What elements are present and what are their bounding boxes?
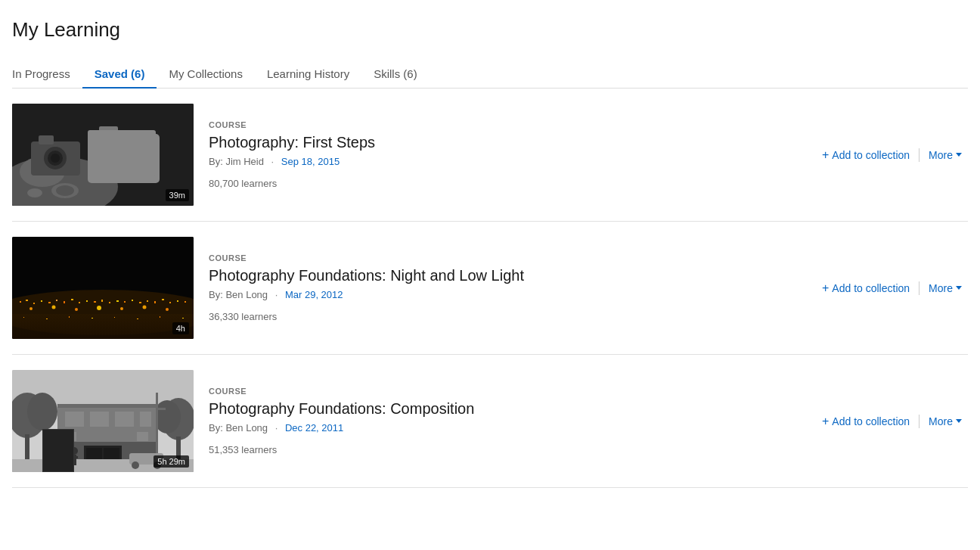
svg-rect-51 <box>46 319 48 319</box>
course-learners: 80,700 learners <box>209 178 801 189</box>
course-row: 39m COURSE Photography: First Steps By: … <box>12 89 968 222</box>
duration-badge: 39m <box>166 189 189 201</box>
svg-rect-25 <box>64 301 65 303</box>
course-meta: By: Ben Long · Dec 22, 2011 <box>209 422 801 433</box>
svg-rect-52 <box>69 316 70 318</box>
svg-rect-53 <box>91 318 93 319</box>
more-button[interactable]: More <box>923 279 968 297</box>
svg-rect-56 <box>160 316 160 318</box>
course-title[interactable]: Photography Foundations: Composition <box>209 400 801 418</box>
course-type-label: COURSE <box>209 387 801 396</box>
svg-point-13 <box>116 151 130 165</box>
courses-list: 39m COURSE Photography: First Steps By: … <box>12 89 968 488</box>
course-title[interactable]: Photography: First Steps <box>209 134 801 151</box>
svg-rect-50 <box>23 317 24 318</box>
course-learners: 36,330 learners <box>209 311 801 322</box>
dot-separator: · <box>272 289 281 300</box>
course-date: Dec 22, 2011 <box>285 422 343 433</box>
svg-rect-19 <box>20 301 21 303</box>
course-actions: + Add to collection More <box>816 412 968 431</box>
more-label: More <box>929 282 953 294</box>
svg-rect-78 <box>65 432 76 441</box>
svg-rect-20 <box>26 300 28 301</box>
svg-rect-23 <box>48 302 51 303</box>
svg-rect-77 <box>140 412 151 427</box>
svg-rect-79 <box>137 432 148 441</box>
course-actions: + Add to collection More <box>816 278 968 298</box>
svg-rect-37 <box>154 301 156 303</box>
svg-point-11 <box>107 141 140 175</box>
course-row: 5h 29m COURSE Photography Foundations: C… <box>12 355 968 488</box>
svg-rect-26 <box>71 299 73 300</box>
svg-rect-22 <box>41 300 42 302</box>
svg-rect-75 <box>90 412 109 427</box>
svg-point-8 <box>51 154 60 163</box>
svg-rect-69 <box>57 404 156 408</box>
svg-point-43 <box>52 306 56 309</box>
svg-rect-39 <box>169 302 171 303</box>
course-author: Ben Long <box>225 289 268 300</box>
svg-rect-24 <box>56 300 57 301</box>
svg-point-83 <box>132 461 139 469</box>
svg-rect-21 <box>33 303 35 304</box>
plus-icon: + <box>822 148 829 162</box>
dot-separator: · <box>272 422 281 433</box>
tab-saved[interactable]: Saved (6) <box>82 60 157 88</box>
course-thumbnail[interactable]: 4h <box>12 237 194 339</box>
svg-point-47 <box>143 306 147 309</box>
action-divider <box>919 148 920 162</box>
course-author-prefix: By: <box>209 422 225 433</box>
svg-rect-35 <box>139 302 141 303</box>
course-row: 4h COURSE Photography Foundations: Night… <box>12 222 968 355</box>
tabs-nav: In Progress Saved (6) My Collections Lea… <box>12 60 968 89</box>
course-thumbnail[interactable]: 5h 29m <box>12 370 194 472</box>
svg-point-46 <box>120 307 123 310</box>
svg-rect-87 <box>69 456 73 458</box>
course-info: COURSE Photography Foundations: Night an… <box>194 253 816 322</box>
svg-rect-40 <box>177 300 178 302</box>
page-container: My Learning In Progress Saved (6) My Col… <box>0 0 980 488</box>
svg-rect-38 <box>162 299 164 300</box>
more-label: More <box>929 415 953 427</box>
svg-rect-88 <box>74 456 78 458</box>
action-divider <box>919 415 920 428</box>
tab-in-progress[interactable]: In Progress <box>12 60 82 88</box>
course-info: COURSE Photography Foundations: Composit… <box>194 387 816 455</box>
svg-rect-10 <box>99 126 118 137</box>
svg-rect-36 <box>147 300 148 302</box>
svg-point-16 <box>27 188 42 197</box>
svg-point-42 <box>29 307 33 310</box>
svg-point-45 <box>97 306 101 310</box>
svg-rect-55 <box>137 319 138 319</box>
duration-badge: 5h 29m <box>154 455 189 468</box>
plus-icon: + <box>822 281 829 295</box>
course-thumbnail[interactable]: 39m <box>12 104 194 206</box>
svg-rect-30 <box>101 300 103 302</box>
svg-rect-54 <box>114 317 115 318</box>
svg-rect-57 <box>182 318 184 319</box>
svg-rect-9 <box>88 134 160 183</box>
add-to-collection-button[interactable]: + Add to collection <box>816 412 916 431</box>
more-button[interactable]: More <box>923 146 968 164</box>
duration-badge: 4h <box>172 322 189 334</box>
svg-rect-29 <box>94 301 96 303</box>
chevron-down-icon <box>956 419 962 423</box>
add-to-collection-label: Add to collection <box>832 282 910 294</box>
svg-rect-76 <box>115 412 134 427</box>
course-title[interactable]: Photography Foundations: Night and Low L… <box>209 267 801 284</box>
tab-learning-history[interactable]: Learning History <box>255 60 361 88</box>
add-to-collection-button[interactable]: + Add to collection <box>816 145 916 165</box>
more-button[interactable]: More <box>923 412 968 430</box>
svg-rect-5 <box>39 135 54 144</box>
course-author: Jim Heid <box>225 156 264 167</box>
course-author-prefix: By: <box>209 156 225 167</box>
course-learners: 51,353 learners <box>209 444 801 455</box>
svg-rect-74 <box>65 412 84 427</box>
tab-skills[interactable]: Skills (6) <box>361 60 430 88</box>
chevron-down-icon <box>956 153 962 157</box>
course-type-label: COURSE <box>209 120 801 129</box>
svg-point-12 <box>112 147 135 169</box>
add-to-collection-button[interactable]: + Add to collection <box>816 278 916 298</box>
tab-my-collections[interactable]: My Collections <box>157 60 255 88</box>
svg-point-61 <box>27 393 57 430</box>
